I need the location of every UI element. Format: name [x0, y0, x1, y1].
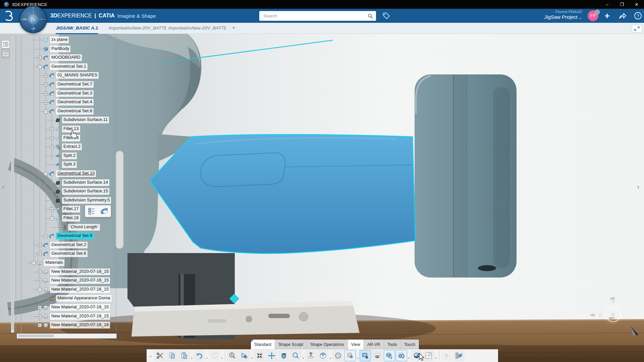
tree-node-geometrical-set-8[interactable]: Geometrical Set.8: [56, 108, 94, 115]
project-selector[interactable]: JigSaw Project⌄: [544, 14, 582, 20]
tree-expand-icon[interactable]: +: [38, 270, 42, 274]
sphere-icon[interactable]: [43, 305, 49, 310]
geoset-icon[interactable]: [49, 233, 55, 239]
sphere-icon[interactable]: [43, 269, 49, 275]
fillet-icon[interactable]: [55, 126, 61, 132]
tree-node-geometrical-set-2[interactable]: Geometrical Set.2: [50, 242, 88, 248]
fillet-icon[interactable]: [55, 216, 61, 221]
battery-pack[interactable]: [415, 74, 517, 278]
action-tab-ar-vr[interactable]: AR-VR: [364, 340, 384, 349]
tree-collapse-icon[interactable]: −: [38, 288, 42, 292]
restore-button[interactable]: ❐: [614, 0, 629, 9]
tree-node-chord-length[interactable]: `Chord Length`: [68, 224, 100, 231]
hide-show-button[interactable]: [372, 350, 383, 361]
sphere-icon[interactable]: [43, 314, 49, 319]
geoset-icon[interactable]: [49, 100, 55, 105]
partbody-icon[interactable]: [43, 46, 49, 52]
tree-node-subdivision-surface-15[interactable]: Subdivision Surface.15: [62, 188, 109, 195]
tree-node-subdivision-symmetry-5[interactable]: Subdivision Symmetry.5: [62, 197, 111, 204]
action-tab-standard[interactable]: Standard: [251, 340, 275, 349]
subdiv-icon[interactable]: [55, 117, 61, 123]
fullscreen-toggle-button[interactable]: [632, 25, 642, 33]
zoom-dropdown-arrow[interactable]: ▾: [302, 350, 305, 361]
action-tab-view[interactable]: View: [348, 340, 364, 349]
help-button[interactable]: ?: [632, 10, 644, 22]
zoom-button[interactable]: [290, 350, 302, 361]
cut-button[interactable]: [154, 350, 166, 361]
tree-expand-icon[interactable]: +: [44, 74, 48, 77]
tree-node-zx-plane[interactable]: zx plane: [50, 37, 69, 43]
update-button[interactable]: [396, 350, 407, 361]
tree-expand-icon[interactable]: +: [44, 234, 48, 238]
symmetry-icon[interactable]: [55, 198, 61, 203]
undo-button[interactable]: [194, 350, 205, 361]
appearance-icon[interactable]: [49, 296, 55, 301]
tree-expand-icon[interactable]: +: [44, 83, 48, 86]
split-icon[interactable]: [55, 153, 61, 159]
tab-jigsaw-basic[interactable]: JIGSAW_BASIC A.1: [56, 23, 98, 34]
tree-node-material-appearance-doma[interactable]: Material Appearance Doma: [56, 295, 112, 302]
fit-all-in-button[interactable]: [254, 350, 265, 361]
right-panel-arrow[interactable]: ›: [637, 183, 639, 191]
tree-node-geometrical-set-9[interactable]: Geometrical Set.9: [56, 233, 94, 239]
avatar[interactable]: FP: [588, 10, 598, 21]
tree-node-new-material-2020-07-16-15[interactable]: New Material_2020-07-16_15: [50, 313, 110, 320]
tree-expand-icon[interactable]: +: [38, 315, 42, 318]
tree-expand-icon[interactable]: +: [44, 92, 48, 96]
view-styles-dropdown-arrow[interactable]: ▾: [356, 350, 359, 361]
tree-node-new-material-2020-07-16-16[interactable]: New Material_2020-07-16_16: [50, 322, 110, 328]
design-tree-button[interactable]: [453, 350, 465, 361]
tree-expand-icon[interactable]: +: [38, 56, 42, 60]
chord-icon[interactable]: [61, 225, 67, 230]
action-tab-touch[interactable]: Touch: [401, 340, 419, 349]
split-icon[interactable]: [55, 162, 61, 168]
tab-imported-2[interactable]: ImportedAsNew-20V_BATTE: [168, 23, 226, 33]
iso-view-button[interactable]: [317, 350, 329, 361]
geoset-icon[interactable]: [43, 55, 49, 61]
tree-node-subdivision-surface-14[interactable]: Subdivision Surface.14: [62, 179, 109, 186]
tree-collapse-icon[interactable]: −: [50, 217, 54, 220]
tag-icon[interactable]: [381, 11, 391, 21]
folder-widget-button[interactable]: [2, 49, 10, 58]
geoset-icon[interactable]: [49, 171, 55, 177]
tree-node-geometrical-set-4[interactable]: Geometrical Set.4: [56, 99, 94, 106]
tree-expand-icon[interactable]: +: [38, 243, 42, 247]
geoset-icon[interactable]: [49, 73, 55, 78]
left-panel-arrow[interactable]: ‹: [2, 183, 4, 191]
tree-node-split-2[interactable]: Split.2: [62, 153, 77, 159]
tree-node-geometrical-set-7[interactable]: Geometrical Set.7: [56, 81, 94, 88]
tree-expand-icon[interactable]: +: [50, 207, 54, 211]
fillet-icon[interactable]: [55, 135, 61, 141]
tree-node-subdivision-surface-11[interactable]: Subdivision Surface.11: [62, 117, 109, 123]
tab-imported-1[interactable]: ImportedAsNew-20V_BATTE: [109, 23, 166, 33]
rotate-button[interactable]: [278, 350, 289, 361]
tree-expand-icon[interactable]: +: [44, 101, 48, 104]
tree-node-new-material-2020-07-16-15[interactable]: New Material_2020-07-16_15: [50, 286, 110, 293]
geoset-icon[interactable]: [43, 251, 49, 257]
tree-node-geometrical-set-1[interactable]: Geometrical Set.1: [50, 63, 88, 70]
tree-collapse-icon[interactable]: −: [44, 172, 48, 176]
geoset-icon[interactable]: [49, 109, 55, 114]
update-dropdown-arrow[interactable]: ▾: [408, 350, 411, 361]
geoset-icon[interactable]: [43, 242, 49, 248]
search-input[interactable]: [263, 13, 368, 19]
user-block[interactable]: Florent PRAUD JigSaw Project⌄: [544, 9, 582, 20]
tree-vertical-scrollbar[interactable]: [11, 37, 14, 333]
tree-expand-icon[interactable]: +: [38, 279, 42, 283]
ambiance-button[interactable]: [332, 350, 344, 361]
tree-node-materials[interactable]: Materials: [44, 259, 64, 266]
geoset-icon[interactable]: [49, 82, 55, 87]
tree-expand-icon[interactable]: +: [50, 127, 54, 131]
new-geometrical-set-icon[interactable]: [100, 207, 109, 215]
tree-expand-icon[interactable]: +: [38, 323, 42, 327]
tree-node-new-material-2020-07-16-15[interactable]: New Material_2020-07-16_15: [50, 268, 110, 275]
tree-collapse-icon[interactable]: −: [32, 261, 36, 265]
geoset-icon[interactable]: [49, 91, 55, 97]
view-styles-button[interactable]: [344, 350, 356, 361]
3d-compass-button[interactable]: ▷ 3D V.R i: [19, 6, 47, 33]
play-button[interactable]: [441, 350, 452, 361]
tree-node-split-3[interactable]: Split.3: [62, 161, 77, 168]
tree-node-moodboard[interactable]: MOODBOARD: [50, 54, 82, 61]
action-tab-shape-sculpt[interactable]: Shape Sculpt: [275, 340, 307, 349]
action-tab-shape-operations[interactable]: Shape Operations: [307, 340, 348, 349]
